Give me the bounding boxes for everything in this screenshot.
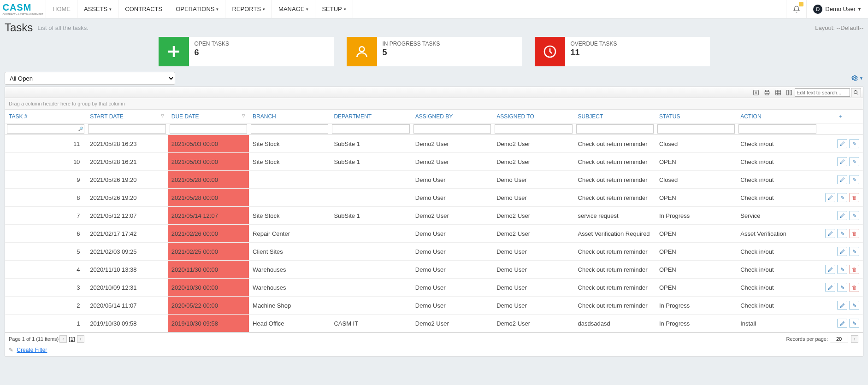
cell: Demo User xyxy=(412,279,493,297)
card-overdue-tasks[interactable]: OVERDUE TASKS 11 xyxy=(535,37,710,66)
filter-branch[interactable] xyxy=(251,124,328,134)
cell: SubSite 1 xyxy=(330,153,411,171)
col-dept[interactable]: DEPARTMENT xyxy=(330,110,411,123)
col-status[interactable]: STATUS xyxy=(655,110,737,123)
col-assigned-to[interactable]: ASSIGNED TO xyxy=(493,110,574,123)
filter-row: All Open ▼ xyxy=(0,71,868,87)
cell: 2021/02/03 09:25 xyxy=(86,243,167,261)
row-view-button[interactable]: 🖉 xyxy=(837,175,847,184)
row-view-button[interactable]: 🖉 xyxy=(837,247,847,256)
nav-item-operations[interactable]: OPERATIONS▾ xyxy=(169,0,225,18)
table-row[interactable]: 52021/02/03 09:252021/02/25 00:00Client … xyxy=(5,243,863,261)
table-row[interactable]: 32020/10/09 12:312020/10/30 00:00Warehou… xyxy=(5,279,863,297)
plus-icon xyxy=(159,37,189,66)
row-edit-button[interactable]: ✎ xyxy=(849,301,859,310)
filter-subject[interactable] xyxy=(576,124,654,134)
grid-search-input[interactable] xyxy=(795,88,850,97)
table-row[interactable]: 102021/05/28 16:212021/05/03 00:00Site S… xyxy=(5,153,863,171)
svg-point-4 xyxy=(854,77,856,79)
row-edit-button[interactable]: ✎ xyxy=(837,283,847,292)
table-row[interactable]: 72021/05/12 12:072021/05/14 12:07Site St… xyxy=(5,207,863,225)
filter-action[interactable] xyxy=(738,124,816,134)
top-nav: CASM CONTRACT + ASSET MANAGEMENT HOMEASS… xyxy=(0,0,868,18)
export-csv-icon[interactable] xyxy=(773,88,784,97)
row-delete-button[interactable]: 🗑 xyxy=(849,193,859,202)
nav-item-manage[interactable]: MANAGE▾ xyxy=(272,0,315,18)
filter-assigned-by[interactable] xyxy=(413,124,491,134)
cell: Demo2 User xyxy=(412,135,493,153)
notifications-button[interactable] xyxy=(786,0,806,18)
row-view-button[interactable]: 🖉 xyxy=(837,319,847,328)
card-inprogress-tasks[interactable]: IN PROGRESS TASKS 5 xyxy=(347,37,522,66)
filter-dept[interactable] xyxy=(332,124,409,134)
card-open-tasks[interactable]: OPEN TASKS 6 xyxy=(159,37,334,66)
col-action[interactable]: ACTION xyxy=(737,110,818,123)
row-edit-button[interactable]: ✎ xyxy=(849,157,859,166)
row-view-button[interactable]: 🖉 xyxy=(837,301,847,310)
row-delete-button[interactable]: 🗑 xyxy=(849,229,859,238)
table-row[interactable]: 92021/05/26 19:202021/05/28 00:00Demo Us… xyxy=(5,171,863,189)
row-edit-button[interactable]: ✎ xyxy=(837,265,847,274)
rpp-input[interactable] xyxy=(830,335,848,343)
nav-item-contracts[interactable]: CONTRACTS xyxy=(118,0,169,18)
grid-search-button[interactable] xyxy=(851,88,861,97)
filter-due[interactable] xyxy=(170,124,247,134)
row-edit-button[interactable]: ✎ xyxy=(849,247,859,256)
col-due[interactable]: DUE DATE▽ xyxy=(168,110,249,123)
row-edit-button[interactable]: ✎ xyxy=(849,211,859,220)
group-panel[interactable]: Drag a column header here to group by th… xyxy=(5,98,863,110)
nav-item-home[interactable]: HOME xyxy=(46,0,77,18)
row-delete-button[interactable]: 🗑 xyxy=(849,283,859,292)
table-row[interactable]: 82021/05/26 19:202021/05/28 00:00Demo Us… xyxy=(5,189,863,207)
row-delete-button[interactable]: 🗑 xyxy=(849,265,859,274)
filter-start[interactable] xyxy=(88,124,165,134)
col-start[interactable]: START DATE▽ xyxy=(86,110,167,123)
user-menu[interactable]: D Demo User ▼ xyxy=(806,0,868,18)
row-view-button[interactable]: 🖉 xyxy=(837,157,847,166)
layout-selector[interactable]: Layout: --Default-- xyxy=(815,24,863,31)
row-edit-button[interactable]: ✎ xyxy=(837,229,847,238)
table-row[interactable]: 12019/10/30 09:582019/10/30 09:58Head Of… xyxy=(5,315,863,332)
columns-icon[interactable] xyxy=(784,88,795,97)
grid-settings-button[interactable]: ▼ xyxy=(851,75,863,82)
nav-item-reports[interactable]: REPORTS▾ xyxy=(225,0,272,18)
row-view-button[interactable]: 🖉 xyxy=(837,211,847,220)
row-view-button[interactable]: 🖉 xyxy=(837,139,847,148)
cell xyxy=(330,189,411,207)
pager-next[interactable]: › xyxy=(77,335,84,343)
table-row[interactable]: 42020/11/10 13:382020/11/30 00:00Warehou… xyxy=(5,261,863,279)
filter-status[interactable] xyxy=(657,124,735,134)
table-row[interactable]: 112021/05/28 16:232021/05/03 00:00Site S… xyxy=(5,135,863,153)
filter-task[interactable] xyxy=(7,124,84,134)
add-row-button[interactable]: ＋ xyxy=(818,110,863,123)
pager-current[interactable]: [1] xyxy=(69,336,75,342)
logo[interactable]: CASM CONTRACT + ASSET MANAGEMENT xyxy=(0,0,46,18)
col-task[interactable]: TASK # xyxy=(5,110,86,123)
avatar: D xyxy=(813,5,822,14)
sort-desc-icon: ▽ xyxy=(161,113,164,118)
col-subject[interactable]: SUBJECT xyxy=(574,110,655,123)
print-icon[interactable] xyxy=(762,88,773,97)
nav-item-assets[interactable]: ASSETS▾ xyxy=(77,0,118,18)
row-view-button[interactable]: 🖉 xyxy=(825,283,835,292)
row-edit-button[interactable]: ✎ xyxy=(849,139,859,148)
cell: Demo User xyxy=(412,189,493,207)
table-row[interactable]: 62021/02/17 17:422021/02/26 00:00Repair … xyxy=(5,225,863,243)
view-filter-select[interactable]: All Open xyxy=(5,72,175,85)
row-view-button[interactable]: 🖉 xyxy=(825,193,835,202)
cell: Demo User xyxy=(493,189,574,207)
col-branch[interactable]: BRANCH xyxy=(249,110,330,123)
col-assigned-by[interactable]: ASSIGNED BY xyxy=(412,110,493,123)
export-xls-icon[interactable] xyxy=(750,88,762,97)
row-edit-button[interactable]: ✎ xyxy=(837,193,847,202)
row-edit-button[interactable]: ✎ xyxy=(849,319,859,328)
pager-prev[interactable]: ‹ xyxy=(59,335,67,343)
nav-item-setup[interactable]: SETUP▾ xyxy=(315,0,353,18)
row-edit-button[interactable]: ✎ xyxy=(849,175,859,184)
create-filter-link[interactable]: Create Filter xyxy=(17,347,47,353)
row-view-button[interactable]: 🖉 xyxy=(825,265,835,274)
row-view-button[interactable]: 🖉 xyxy=(825,229,835,238)
filter-assigned-to[interactable] xyxy=(495,124,572,134)
rpp-apply[interactable]: › xyxy=(851,335,858,343)
table-row[interactable]: 22020/05/14 11:072020/05/22 00:00Machine… xyxy=(5,297,863,315)
